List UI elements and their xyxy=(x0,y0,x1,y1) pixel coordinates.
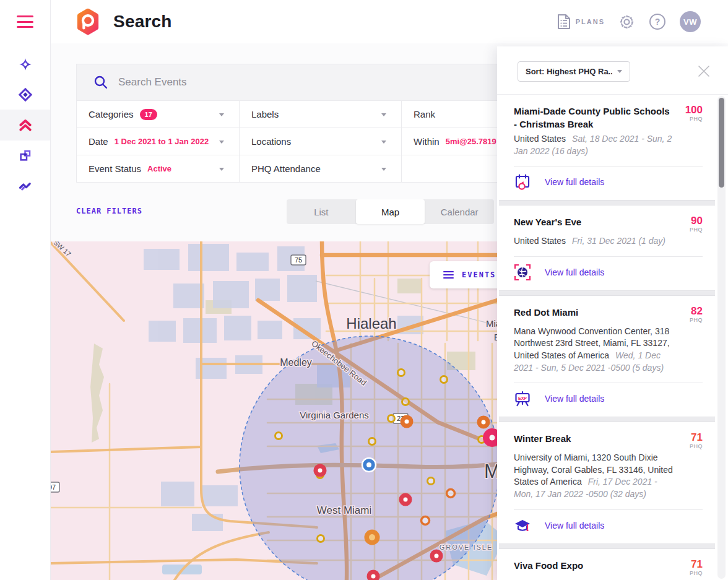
chevron-down-icon xyxy=(617,70,622,73)
sidebar-item-zigzag[interactable] xyxy=(0,170,50,201)
event-location: United States xyxy=(514,134,566,144)
event-marker-orange-ring[interactable] xyxy=(422,517,430,525)
menu-hamburger-icon[interactable] xyxy=(17,15,33,28)
results-panel-header: Sort: Highest PHQ Ra... xyxy=(497,46,728,94)
event-card[interactable]: New Year's Eve 90 PHQ United StatesFri, … xyxy=(499,206,715,290)
scrollbar-thumb[interactable] xyxy=(719,98,724,188)
phq-rank: 71 PHQ xyxy=(680,432,703,449)
sidebar-item-search-active[interactable] xyxy=(0,110,50,141)
map-label: Medley xyxy=(280,357,312,368)
event-card[interactable]: Winter Break 71 PHQ University of Miami,… xyxy=(499,422,715,543)
sort-dropdown[interactable]: Sort: Highest PHQ Ra... xyxy=(518,61,630,82)
overlap-squares-icon xyxy=(17,148,33,163)
event-card[interactable]: Viva Food Expo 71 PHQ Miami Airport Conv… xyxy=(499,549,715,580)
view-full-details-link[interactable]: View full details xyxy=(545,521,604,530)
event-marker-yellow[interactable] xyxy=(398,370,405,376)
view-tabs: List Map Calendar xyxy=(287,199,494,224)
road-shield: 75 xyxy=(291,255,306,265)
school-holidays-icon xyxy=(514,173,531,191)
event-marker-yellow[interactable] xyxy=(275,433,282,439)
chevron-down-icon xyxy=(219,141,224,144)
event-marker-center xyxy=(371,574,376,579)
phq-rank-value: 90 xyxy=(680,215,703,226)
card-separator xyxy=(499,200,715,206)
event-marker-center xyxy=(490,435,495,441)
card-separator xyxy=(499,543,715,549)
predicthq-logo xyxy=(76,8,100,35)
filter-event-status[interactable]: Event Status Active xyxy=(77,155,239,182)
card-separator xyxy=(499,290,715,296)
tab-map[interactable]: Map xyxy=(356,199,425,224)
view-full-details-link[interactable]: View full details xyxy=(545,394,604,404)
event-title: Winter Break xyxy=(514,432,680,445)
filter-date[interactable]: Date 1 Dec 2021 to 1 Jan 2022 xyxy=(77,128,239,155)
events-list-icon xyxy=(443,269,454,280)
results-panel: Sort: Highest PHQ Ra... Miami-Dade Count… xyxy=(497,46,728,580)
event-card[interactable]: Red Dot Miami 82 PHQ Mana Wynwood Conven… xyxy=(499,296,715,417)
search-placeholder: Search Events xyxy=(118,76,187,89)
tab-list[interactable]: List xyxy=(287,199,356,224)
phq-rank-label: PHQ xyxy=(680,443,703,449)
phq-rank-label: PHQ xyxy=(680,116,703,122)
plans-document-icon xyxy=(557,14,571,30)
event-marker-center xyxy=(405,420,409,424)
sidebar-item-sparkle[interactable] xyxy=(0,49,50,80)
settings-gear-icon[interactable] xyxy=(618,14,635,30)
help-icon[interactable]: ? xyxy=(649,13,666,30)
phq-rank: 82 PHQ xyxy=(680,306,703,323)
event-status-value: Active xyxy=(147,164,171,173)
user-avatar[interactable]: VW xyxy=(680,11,701,32)
academic-icon xyxy=(514,517,531,534)
event-marker-center xyxy=(369,534,375,540)
svg-text:?: ? xyxy=(655,17,661,27)
plans-button[interactable]: PLANS xyxy=(557,14,605,30)
map-label: West Miami xyxy=(317,504,371,516)
event-marker-yellow[interactable] xyxy=(402,399,409,405)
event-title: Red Dot Miami xyxy=(514,306,680,319)
road-shield: 97 xyxy=(51,482,59,492)
phq-rank: 90 PHQ xyxy=(680,215,703,233)
card-separator xyxy=(499,417,715,422)
header: Search PLANS ? VW xyxy=(51,0,728,43)
chevron-down-icon xyxy=(381,168,386,171)
event-meta: United StatesSat, 18 Dec 2021 - Sun, 2 J… xyxy=(514,133,703,157)
tab-calendar[interactable]: Calendar xyxy=(425,199,494,224)
event-marker-yellow[interactable] xyxy=(441,376,448,383)
svg-text:EXP: EXP xyxy=(518,396,527,400)
phq-rank-value: 100 xyxy=(680,105,703,115)
svg-text:97: 97 xyxy=(51,483,56,491)
event-marker-yellow[interactable] xyxy=(369,438,376,445)
clear-filters-button[interactable]: CLEAR FILTERS xyxy=(76,207,142,215)
view-full-details-link[interactable]: View full details xyxy=(545,267,604,277)
filter-phq-attendance[interactable]: PHQ Attendance xyxy=(239,155,401,182)
map-label: Virginia Gardens xyxy=(300,410,368,420)
expo-icon: EXP xyxy=(514,390,531,407)
view-full-details-link[interactable]: View full details xyxy=(545,177,604,187)
results-list-container: Miami-Dade County Public Schools - Chris… xyxy=(497,94,728,580)
code-diamond-icon xyxy=(17,87,33,103)
phq-rank: 71 PHQ xyxy=(680,559,703,576)
sort-dropdown-value: Sort: Highest PHQ Ra... xyxy=(526,67,612,76)
event-marker-yellow[interactable] xyxy=(388,415,395,422)
phq-rank: 100 PHQ xyxy=(680,105,703,122)
map-label: GROVE ISLE xyxy=(440,543,493,551)
chevron-down-icon xyxy=(219,168,224,171)
sidebar-item-overlap-squares[interactable] xyxy=(0,140,50,171)
event-marker-center xyxy=(482,420,486,425)
filter-labels[interactable]: Labels xyxy=(239,101,401,128)
page-title: Search xyxy=(113,12,172,32)
close-panel-icon[interactable] xyxy=(697,64,711,78)
event-marker-yellow[interactable] xyxy=(318,535,324,542)
search-icon xyxy=(93,75,108,90)
filter-categories[interactable]: Categories 17 xyxy=(77,101,239,128)
filter-locations[interactable]: Locations xyxy=(239,128,401,155)
event-marker-yellow[interactable] xyxy=(428,478,435,485)
within-value: 5mi@25.7819 xyxy=(446,137,496,146)
map-label: Hialeah xyxy=(346,315,396,332)
scrollbar-track[interactable] xyxy=(717,96,726,579)
plans-label: PLANS xyxy=(576,18,605,25)
event-card[interactable]: Miami-Dade County Public Schools - Chris… xyxy=(499,95,715,200)
sidebar-item-code-diamond[interactable] xyxy=(0,79,50,110)
event-marker-orange-ring[interactable] xyxy=(447,490,455,498)
map-events-button[interactable]: EVENTS xyxy=(430,261,505,288)
